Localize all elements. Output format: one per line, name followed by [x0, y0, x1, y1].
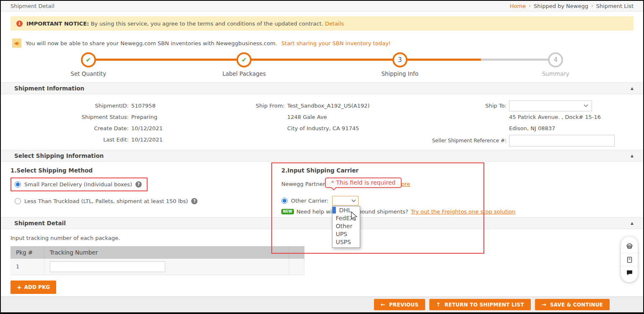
collapse-icon[interactable]: ▲ — [631, 154, 634, 158]
step-4-label: Summary — [542, 70, 569, 77]
step-3-label: Shipping Info — [381, 70, 418, 77]
previous-button[interactable]: ← PREVIOUS — [374, 299, 425, 310]
collapse-icon[interactable]: ▲ — [631, 86, 634, 90]
carrier-heading: 2.Input Shipping Carrier — [281, 167, 634, 174]
carrier-option-blank[interactable] — [332, 207, 336, 214]
section-title: Shipment Information — [14, 85, 84, 92]
sbn-announcement: You will now be able to share your Neweg… — [10, 38, 634, 48]
section-shipment-information-header: Shipment Information ▲ — [1, 82, 643, 94]
ship-from-address1: 1248 Gale Ave — [287, 114, 327, 120]
main-content: i IMPORTANT NOTICE: By using this servic… — [1, 16, 643, 294]
tracking-number-input[interactable] — [50, 261, 165, 272]
check-icon: ✔ — [86, 56, 91, 64]
sbn-share-link[interactable]: Start sharing your SBN inventory today! — [281, 40, 391, 46]
ship-to-address1: 45 Patrick Avenue. , Dock# 15-16 — [509, 114, 601, 120]
shipment-information-body: ShipmentID:5107958 Shipment Status:Prepa… — [10, 94, 634, 150]
feedback-button[interactable] — [621, 266, 638, 279]
other-carrier-label: Other Carrier: — [291, 198, 329, 204]
seller-ref-input[interactable] — [509, 135, 615, 147]
create-date-label: Create Date: — [10, 125, 131, 131]
table-cell-actions — [289, 259, 304, 275]
step-4-number: 4 — [553, 56, 558, 64]
guide-button[interactable] — [621, 253, 638, 266]
freightos-link[interactable]: Try out the Freightos one stop solution — [411, 208, 516, 215]
ship-to-label: Ship To: — [405, 103, 509, 109]
tracking-table: Pkg # Tracking Number 1 — [10, 246, 304, 275]
shipment-detail-body: Input tracking number of each package. P… — [10, 229, 634, 294]
breadcrumb-shipment-list[interactable]: Shipment List — [596, 3, 634, 9]
ship-from-label: Ship From: — [187, 103, 287, 109]
table-row: 1 — [10, 259, 304, 275]
other-carrier-row: Other Carrier: DHL FedEX Other UPS — [281, 196, 634, 206]
other-carrier-radio[interactable] — [281, 198, 288, 204]
notice-label: IMPORTANT NOTICE: — [26, 21, 89, 27]
breadcrumb-separator-icon: › — [529, 3, 531, 9]
footer-bar: ← PREVIOUS ↑ RETURN TO SHIPMENT LIST → S… — [1, 296, 643, 312]
breadcrumb: Home › Shipped by Newegg › Shipment List — [510, 3, 634, 9]
step-summary: 4 Summary — [478, 52, 634, 77]
ltl-radio[interactable] — [15, 198, 21, 204]
notice-text: By using this service, you agree to the … — [91, 21, 323, 27]
floating-help-widget — [621, 237, 638, 282]
arrow-left-icon: ← — [381, 301, 385, 308]
info-icon: i — [16, 21, 23, 27]
shipping-carrier-column: 2.Input Shipping Carrier Newegg Partnere… — [271, 162, 634, 217]
ship-to-address2: Edison, NJ 08837 — [509, 125, 555, 131]
ship-from-address2: City of Industry, CA 91745 — [287, 125, 359, 131]
breadcrumb-separator-icon: › — [591, 3, 593, 9]
collapse-icon[interactable]: ▲ — [631, 221, 634, 225]
arrow-up-icon: ↑ — [436, 301, 441, 308]
ltl-label: Less Than Truckload (LTL, Pallets, shipm… — [24, 198, 188, 204]
breadcrumb-home-link[interactable]: Home — [510, 3, 526, 9]
shipping-method-column: 1.Select Shipping Method Small Parcel De… — [10, 162, 271, 217]
save-continue-button[interactable]: → SAVE & CONTINUE — [535, 299, 610, 310]
step-3-number: 3 — [398, 56, 402, 64]
check-icon: ✔ — [242, 56, 247, 64]
step-1-label: Set Quantity — [70, 70, 106, 77]
carrier-select[interactable] — [332, 196, 358, 206]
step-4-circle: 4 — [548, 52, 563, 67]
table-cell-pkg: 1 — [10, 259, 44, 275]
megaphone-icon — [12, 39, 21, 48]
help-question-icon[interactable]: ? — [191, 198, 197, 204]
carrier-option-ups[interactable]: UPS — [332, 231, 348, 237]
shipment-meta-column: ShipmentID:5107958 Shipment Status:Prepa… — [10, 100, 187, 146]
tooltip-arrow-inner — [331, 186, 337, 192]
small-parcel-label: Small Parcel Delivery (Individual boxes) — [24, 181, 132, 188]
chatbot-icon — [626, 242, 634, 250]
table-header-tracking: Tracking Number — [44, 246, 289, 259]
add-pkg-button[interactable]: + ADD PKG — [10, 281, 56, 294]
chat-bubble-icon — [626, 269, 633, 276]
carrier-option-other[interactable]: Other — [332, 223, 353, 229]
step-2-circle: ✔ — [236, 52, 252, 67]
book-icon — [626, 256, 633, 263]
small-parcel-radio[interactable] — [15, 181, 21, 188]
table-header-pkg: Pkg # — [10, 246, 44, 259]
carrier-option-dhl[interactable]: DHL — [336, 207, 351, 214]
return-to-shipment-list-button[interactable]: ↑ RETURN TO SHIPMENT LIST — [429, 299, 531, 310]
important-notice-banner: i IMPORTANT NOTICE: By using this servic… — [10, 16, 634, 31]
create-date-value: 10/12/2021 — [131, 125, 163, 131]
ship-to-select[interactable] — [509, 100, 592, 111]
help-question-icon[interactable]: ? — [135, 181, 142, 188]
top-bar: Shipment Detail Home › Shipped by Newegg… — [1, 1, 643, 11]
plus-icon: + — [17, 284, 22, 291]
chatbot-button[interactable] — [621, 240, 638, 253]
section-title: Select Shipping Information — [14, 152, 104, 159]
step-3-circle: 3 — [392, 52, 408, 67]
app-window: Shipment Detail Home › Shipped by Newegg… — [0, 0, 644, 314]
table-header-row: Pkg # Tracking Number — [10, 246, 304, 259]
partnered-carrier-row: Newegg Partnered Carrier: UPS Learn More… — [281, 181, 634, 187]
step-set-quantity: ✔ Set Quantity — [10, 52, 166, 77]
ship-from-name: Test_Sandbox_A192_US(A192) — [287, 103, 370, 109]
breadcrumb-shipped-by-newegg[interactable]: Shipped by Newegg — [534, 3, 588, 9]
notice-details-link[interactable]: Details — [325, 21, 344, 27]
shipment-id-value: 5107958 — [131, 103, 156, 109]
page-title: Shipment Detail — [10, 3, 55, 9]
seller-ref-label: Seller Shipment Reference #: — [405, 138, 509, 144]
carrier-dropdown-list: DHL FedEX Other UPS USPS — [332, 206, 360, 248]
shipment-status-value: Preparing — [131, 114, 157, 120]
section-title: Shipment Detail — [14, 220, 66, 226]
carrier-option-usps[interactable]: USPS — [332, 239, 351, 245]
step-label-packages: ✔ Label Packages — [166, 52, 322, 77]
